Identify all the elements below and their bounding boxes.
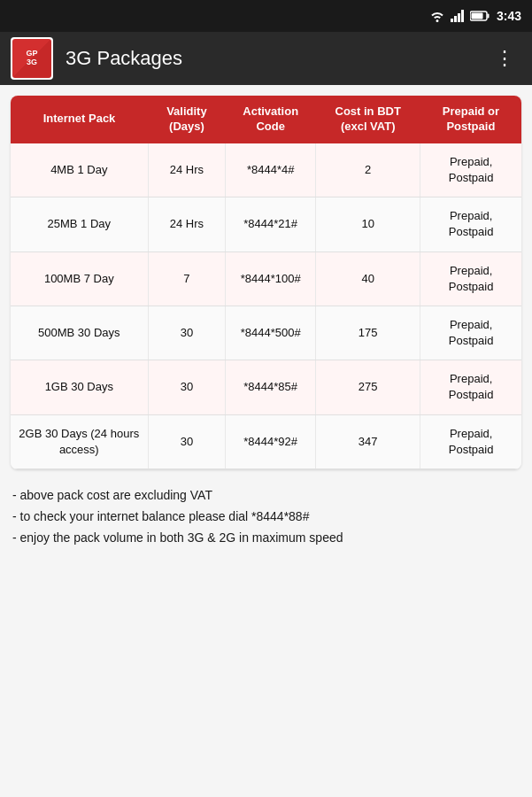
cell-type: Prepaid, Postpaid (420, 414, 521, 468)
cell-type: Prepaid, Postpaid (420, 251, 521, 306)
app-title: 3G Packages (66, 47, 475, 70)
packages-table: Internet Pack Validity (Days) Activation… (11, 96, 521, 469)
cell-pack: 4MB 1 Day (11, 143, 148, 197)
signal-icon (451, 10, 465, 22)
table-row: 2GB 30 Days (24 hours access)30*8444*92#… (11, 414, 521, 468)
cell-code: *8444*100# (226, 251, 316, 306)
more-options-icon[interactable]: ⋮ (488, 43, 521, 74)
cell-pack: 100MB 7 Day (11, 251, 148, 306)
cell-cost: 347 (316, 414, 420, 468)
status-icons: 3:43 (429, 9, 521, 23)
cell-cost: 10 (316, 197, 420, 251)
col-header-validity: Validity (Days) (148, 96, 226, 143)
footer-note: - above pack cost are excluding VAT (12, 485, 520, 507)
cell-type: Prepaid, Postpaid (420, 197, 521, 251)
col-header-cost: Cost in BDT (excl VAT) (316, 96, 420, 143)
svg-rect-2 (458, 13, 460, 22)
table-row: 500MB 30 Days30*8444*500#175Prepaid, Pos… (11, 306, 521, 360)
cell-type: Prepaid, Postpaid (420, 143, 521, 197)
cell-pack: 1GB 30 Days (11, 360, 148, 414)
col-header-code: Activation Code (226, 96, 316, 143)
svg-rect-1 (454, 16, 457, 22)
cell-code: *8444*4# (226, 143, 316, 197)
time-display: 3:43 (497, 9, 521, 23)
cell-validity: 30 (148, 414, 226, 468)
cell-validity: 24 Hrs (148, 197, 226, 251)
svg-rect-5 (471, 13, 482, 19)
battery-icon (470, 11, 490, 21)
content-area: Internet Pack Validity (Days) Activation… (0, 85, 532, 562)
cell-code: *8444*92# (226, 414, 316, 468)
cell-type: Prepaid, Postpaid (420, 306, 521, 360)
table-body: 4MB 1 Day24 Hrs*8444*4#2Prepaid, Postpai… (11, 143, 521, 469)
cell-validity: 24 Hrs (148, 143, 226, 197)
cell-cost: 275 (316, 360, 420, 414)
cell-code: *8444*500# (226, 306, 316, 360)
table-row: 4MB 1 Day24 Hrs*8444*4#2Prepaid, Postpai… (11, 143, 521, 197)
table-row: 100MB 7 Day7*8444*100#40Prepaid, Postpai… (11, 251, 521, 306)
cell-validity: 7 (148, 251, 226, 306)
cell-code: *8444*21# (226, 197, 316, 251)
col-header-type: Prepaid or Postpaid (420, 96, 521, 143)
table-row: 25MB 1 Day24 Hrs*8444*21#10Prepaid, Post… (11, 197, 521, 251)
wifi-icon (429, 10, 445, 22)
table-header: Internet Pack Validity (Days) Activation… (11, 96, 521, 143)
cell-type: Prepaid, Postpaid (420, 360, 521, 414)
cell-validity: 30 (148, 360, 226, 414)
svg-rect-0 (451, 19, 453, 22)
app-bar: GP3G 3G Packages ⋮ (0, 32, 532, 85)
cell-pack: 2GB 30 Days (24 hours access) (11, 414, 148, 468)
cell-pack: 500MB 30 Days (11, 306, 148, 360)
footer-note: - to check your internet balance please … (12, 507, 520, 528)
cell-code: *8444*85# (226, 360, 316, 414)
svg-rect-3 (461, 10, 464, 22)
footer-notes: - above pack cost are excluding VAT- to … (11, 482, 521, 552)
status-bar: 3:43 (0, 0, 532, 32)
table-row: 1GB 30 Days30*8444*85#275Prepaid, Postpa… (11, 360, 521, 414)
footer-note: - enjoy the pack volume in both 3G & 2G … (12, 528, 520, 549)
cell-cost: 40 (316, 251, 420, 306)
svg-rect-6 (487, 14, 489, 19)
cell-validity: 30 (148, 306, 226, 360)
col-header-pack: Internet Pack (11, 96, 148, 143)
cell-cost: 2 (316, 143, 420, 197)
packages-table-wrapper: Internet Pack Validity (Days) Activation… (11, 96, 521, 469)
cell-pack: 25MB 1 Day (11, 197, 148, 251)
cell-cost: 175 (316, 306, 420, 360)
app-logo: GP3G (11, 37, 53, 80)
